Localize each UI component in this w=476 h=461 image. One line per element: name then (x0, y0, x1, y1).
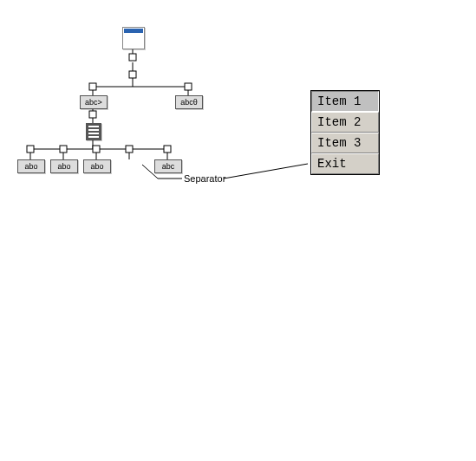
leaf-node-2-label: abo (57, 163, 70, 171)
menu-node-left: abc> (80, 95, 108, 109)
leaf-node-3-label: abo (90, 163, 103, 171)
leaf-node-5: abc (154, 159, 182, 173)
menu-item-3[interactable]: Item 3 (311, 133, 379, 153)
separator-annotation: Separator (184, 173, 225, 184)
svg-line-27 (224, 164, 308, 179)
svg-rect-4 (129, 71, 136, 78)
menu-item-exit-label: Exit (317, 157, 347, 171)
context-menu: Item 1 Item 2 Item 3 Exit (310, 90, 380, 175)
tree-connectors (0, 0, 476, 461)
svg-rect-22 (93, 146, 100, 153)
svg-rect-20 (27, 146, 34, 153)
menu-item-1[interactable]: Item 1 (311, 91, 379, 112)
menu-item-2[interactable]: Item 2 (311, 112, 379, 133)
svg-rect-12 (89, 111, 96, 118)
menu-item-exit[interactable]: Exit (311, 153, 379, 174)
menu-item-3-label: Item 3 (317, 136, 361, 150)
list-icon (86, 123, 101, 140)
leaf-node-3: abo (83, 159, 111, 173)
svg-rect-2 (129, 54, 136, 61)
leaf-node-2: abo (50, 159, 78, 173)
svg-rect-24 (164, 146, 171, 153)
svg-rect-10 (185, 83, 192, 90)
window-icon (122, 27, 145, 49)
menu-node-right-label: abcθ (180, 99, 198, 107)
leaf-node-5-label: abc (162, 163, 175, 171)
leaf-node-1-label: abo (24, 163, 37, 171)
window-titlebar (124, 29, 143, 33)
menu-node-left-label: abc> (85, 99, 102, 107)
leaf-node-1: abo (17, 159, 45, 173)
menu-item-1-label: Item 1 (317, 94, 361, 108)
svg-rect-21 (60, 146, 67, 153)
menu-item-2-label: Item 2 (317, 115, 361, 129)
separator-annotation-text: Separator (184, 173, 225, 184)
svg-rect-9 (89, 83, 96, 90)
menu-node-right: abcθ (175, 95, 203, 109)
diagram-canvas: abc> abcθ abo abo abo abc Separator Item… (0, 0, 476, 461)
svg-rect-23 (126, 146, 133, 153)
